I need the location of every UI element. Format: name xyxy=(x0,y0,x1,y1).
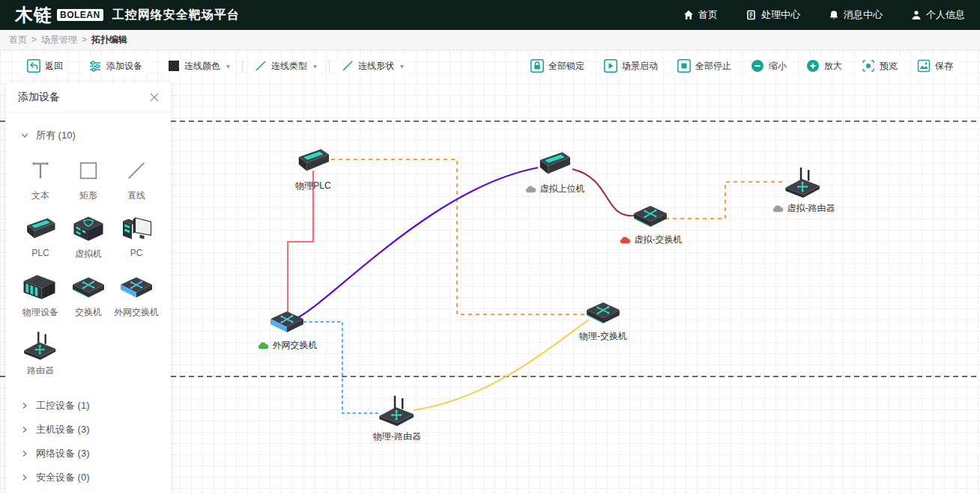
router-device-icon xyxy=(783,166,823,199)
node-virtual-router[interactable]: 虚拟-路由器 xyxy=(751,166,856,215)
lock-icon xyxy=(530,59,544,73)
line-icon xyxy=(255,60,267,72)
palette-item-pc[interactable]: PC xyxy=(112,214,160,260)
breadcrumb-current: 拓扑编辑 xyxy=(91,34,127,46)
palette-item-physical-device[interactable]: 物理设备 xyxy=(16,272,64,319)
plc-device-icon xyxy=(292,145,334,177)
nav-item-profile[interactable]: 个人信息 xyxy=(911,8,965,22)
plus-circle-icon xyxy=(806,59,820,73)
palette-item-router[interactable]: 路由器 xyxy=(16,331,64,377)
nav-item-message-center[interactable]: 消息中心 xyxy=(829,8,883,22)
nav-item-process-center[interactable]: 处理中心 xyxy=(746,8,800,22)
device-palette: 文本 矩形 直线 PLC xyxy=(15,148,162,380)
toolbar-divider xyxy=(242,59,243,73)
nav-item-label: 消息中心 xyxy=(844,8,883,22)
cloud-status-icon xyxy=(619,236,631,244)
preview-scan-icon xyxy=(862,59,875,73)
group-all-header[interactable]: 所有 (10) xyxy=(15,123,162,148)
cloud-status-icon xyxy=(524,185,536,193)
cloud-status-icon xyxy=(772,204,784,213)
node-virtual-host[interactable]: 虚拟上位机 xyxy=(502,148,607,195)
group-security-devices[interactable]: 安全设备 (0) xyxy=(15,466,162,490)
breadcrumb-separator: > xyxy=(31,34,37,45)
rectangle-tool-icon xyxy=(77,156,100,186)
breadcrumb-scene-management[interactable]: 场景管理 xyxy=(41,34,77,46)
panel-header: 添加设备 xyxy=(6,82,171,112)
line-color-dropdown[interactable]: 连线颜色 ▾ xyxy=(163,58,235,74)
document-icon xyxy=(746,10,757,20)
group-host-devices[interactable]: 主机设备 (3) xyxy=(15,418,162,442)
router-device-icon xyxy=(22,331,59,361)
node-physical-switch[interactable]: 物理-交换机 xyxy=(551,299,656,343)
palette-item-plc[interactable]: PLC xyxy=(16,214,64,260)
back-button-label: 返回 xyxy=(45,60,63,73)
lock-all-button[interactable]: 全部锁定 xyxy=(526,58,589,74)
switch-device-icon xyxy=(632,202,669,231)
plc-device-icon xyxy=(21,214,60,244)
node-label: 外网交换机 xyxy=(273,339,318,352)
close-icon[interactable] xyxy=(150,93,159,102)
play-icon xyxy=(604,59,617,73)
save-button[interactable]: 保存 xyxy=(913,58,958,74)
node-physical-plc[interactable]: 物理PLC xyxy=(261,145,366,192)
palette-item-rectangle[interactable]: 矩形 xyxy=(64,156,112,202)
switch-device-icon xyxy=(70,272,106,302)
back-button[interactable]: 返回 xyxy=(22,58,67,74)
palette-item-external-switch[interactable]: 外网交换机 xyxy=(112,272,160,319)
breadcrumb-home[interactable]: 首页 xyxy=(9,34,27,46)
pc-device-icon xyxy=(118,214,154,244)
node-external-switch[interactable]: 外网交换机 xyxy=(235,308,339,352)
add-device-button[interactable]: 添加设备 xyxy=(84,58,147,74)
preview-button[interactable]: 预览 xyxy=(857,58,902,74)
external-switch-device-icon xyxy=(268,308,306,336)
group-industrial-devices[interactable]: 工控设备 (1) xyxy=(15,394,162,418)
home-icon xyxy=(683,10,694,20)
palette-item-switch[interactable]: 交换机 xyxy=(64,272,112,319)
vm-device-icon xyxy=(70,214,106,244)
scene-start-button[interactable]: 场景启动 xyxy=(599,58,662,74)
group-network-devices[interactable]: 网络设备 (3) xyxy=(15,442,162,466)
breadcrumb-separator: > xyxy=(82,34,87,45)
logo-text: 木链 xyxy=(15,3,52,27)
stop-all-label: 全部停止 xyxy=(695,60,731,73)
page-title: 工控网络安全靶场平台 xyxy=(112,7,240,23)
group-all-label: 所有 (10) xyxy=(36,129,76,142)
zoom-in-button[interactable]: 放大 xyxy=(802,58,847,74)
line-color-label: 连线颜色 xyxy=(184,60,220,73)
node-physical-router[interactable]: 物理-路由器 xyxy=(345,394,450,443)
nav-item-label: 个人信息 xyxy=(926,8,965,22)
palette-item-vm[interactable]: 虚拟机 xyxy=(64,214,112,260)
panel-title: 添加设备 xyxy=(18,91,60,104)
chevron-down-icon: ▾ xyxy=(400,62,404,70)
line-shape-dropdown[interactable]: 连线形状 ▾ xyxy=(337,58,408,74)
save-image-icon xyxy=(917,59,931,73)
switch-device-icon xyxy=(584,299,622,327)
app-header: 木链 BOLEAN 工控网络安全靶场平台 首页 处理中心 消息中心 个人信息 xyxy=(0,0,980,30)
color-swatch-icon xyxy=(168,60,180,72)
host-device-icon xyxy=(533,148,575,180)
nav-item-home[interactable]: 首页 xyxy=(683,8,718,22)
stop-all-button[interactable]: 全部停止 xyxy=(673,58,736,74)
device-category-list: 工控设备 (1) 主机设备 (3) 网络设备 (3) 安全设备 (0) xyxy=(15,394,162,490)
chevron-right-icon xyxy=(21,450,28,457)
line-type-dropdown[interactable]: 连线类型 ▾ xyxy=(250,58,321,74)
external-switch-device-icon xyxy=(118,272,154,302)
node-label: 虚拟上位机 xyxy=(540,183,585,195)
chevron-right-icon xyxy=(21,426,28,433)
node-label: 物理-路由器 xyxy=(373,430,421,443)
logo-badge: BOLEAN xyxy=(57,9,103,21)
palette-item-line[interactable]: 直线 xyxy=(112,156,160,202)
node-virtual-switch[interactable]: 虚拟-交换机 xyxy=(598,202,703,246)
server-device-icon xyxy=(22,272,58,302)
chevron-right-icon xyxy=(21,402,28,409)
cloud-status-icon xyxy=(257,341,269,350)
chevron-right-icon xyxy=(21,474,28,481)
toolbar-divider xyxy=(329,59,330,73)
nav-item-label: 处理中心 xyxy=(761,8,800,22)
add-device-panel: 添加设备 所有 (10) 文本 矩形 xyxy=(6,82,171,494)
node-label: 物理PLC xyxy=(295,180,330,192)
zoom-out-button[interactable]: 缩小 xyxy=(746,58,791,74)
node-label: 虚拟-交换机 xyxy=(635,234,683,246)
chevron-down-icon xyxy=(21,132,28,139)
palette-item-text[interactable]: 文本 xyxy=(16,156,64,202)
